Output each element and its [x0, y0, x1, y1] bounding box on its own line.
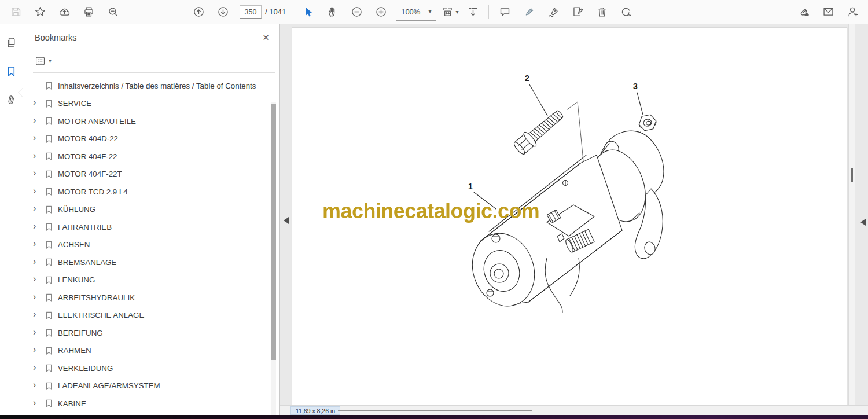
nut-drawing — [638, 114, 658, 132]
email-button[interactable] — [818, 2, 838, 22]
vertical-scrollbar-thumb[interactable] — [851, 168, 853, 182]
chevron-right-icon[interactable]: › — [33, 204, 42, 213]
zoom-level-dropdown[interactable]: 100% ▾ — [396, 3, 436, 21]
bookmark-label: ELEKTRISCHE ANLAGE — [58, 311, 144, 319]
arrow-up-circle-icon — [193, 6, 205, 18]
bookmark-item[interactable]: › MOTOR 404F-22 — [23, 148, 279, 166]
bookmark-item[interactable]: › LENKUNG — [23, 271, 279, 289]
favorite-button[interactable] — [30, 2, 50, 22]
bookmark-options-button[interactable]: ▾ — [35, 56, 52, 66]
chevron-right-icon[interactable]: › — [33, 345, 42, 354]
hand-tool-button[interactable] — [322, 2, 342, 22]
bookmark-item[interactable]: › MOTOR TCD 2.9 L4 — [23, 183, 279, 201]
bookmark-ribbon-icon — [45, 99, 53, 108]
chevron-right-icon[interactable]: › — [33, 398, 42, 407]
main-area: Bookmarks × ▾ › Inhaltsverzeichnis / Tab… — [0, 24, 868, 415]
panel-scrollbar-thumb[interactable] — [271, 104, 276, 360]
chevron-right-icon[interactable]: › — [33, 222, 42, 231]
sign-button[interactable] — [543, 2, 563, 22]
parts-diagram: 2 3 1 — [460, 64, 692, 313]
edit-page-button[interactable] — [568, 2, 587, 22]
chevron-right-icon[interactable]: › — [33, 274, 42, 284]
chevron-right-icon[interactable]: › — [33, 98, 42, 107]
bookmark-label: BEREIFUNG — [58, 329, 103, 337]
share-link-button[interactable] — [794, 2, 814, 22]
select-tool-button[interactable] — [298, 2, 318, 22]
divider — [60, 53, 60, 69]
vertical-scrollbar-track[interactable] — [848, 24, 855, 405]
chevron-right-icon[interactable]: › — [33, 292, 42, 302]
upload-cloud-button[interactable] — [54, 2, 74, 22]
chevron-right-icon[interactable]: › — [33, 116, 42, 125]
bookmark-ribbon-icon — [45, 187, 53, 196]
bookmark-ribbon-icon — [45, 275, 53, 285]
bookmark-label: Inhaltsverzeichnis / Table des matières … — [58, 82, 256, 90]
page-fit-dropdown[interactable]: ▾ — [442, 6, 458, 18]
bookmark-item[interactable]: › KÜHLUNG — [23, 201, 279, 219]
search-icon — [107, 6, 119, 18]
zoom-level-value: 100% — [401, 8, 420, 16]
arrow-down-circle-icon — [217, 6, 229, 18]
attachments-button[interactable] — [4, 93, 19, 108]
previous-page-button[interactable] — [189, 2, 208, 22]
panel-title: Bookmarks — [35, 33, 77, 42]
bookmark-item[interactable]: › LADEANLAGE/ARMSYSTEM — [23, 377, 279, 395]
bookmark-item[interactable]: › RAHMEN — [23, 342, 279, 360]
bookmark-label: VERKLEIDUNG — [58, 364, 113, 373]
callout-3: 3 — [633, 82, 638, 91]
bookmark-item[interactable]: › ELEKTRISCHE ANLAGE — [23, 307, 279, 325]
bookmark-label: MOTOR TCD 2.9 L4 — [58, 188, 128, 196]
bookmark-item[interactable]: › MOTOR 404F-22T — [23, 166, 279, 183]
bookmark-item[interactable]: › FAHRANTRIEB — [23, 218, 279, 236]
bookmark-item[interactable]: › Inhaltsverzeichnis / Table des matière… — [23, 77, 279, 95]
chevron-right-icon[interactable]: › — [33, 151, 42, 160]
bookmarks-panel-button[interactable] — [4, 64, 19, 79]
bookmark-item[interactable]: › VERKLEIDUNG — [23, 359, 279, 377]
comment-button[interactable] — [495, 2, 514, 22]
chevron-right-icon[interactable]: › — [33, 310, 42, 319]
page-edit-icon — [572, 6, 584, 18]
chevron-right-icon[interactable]: › — [33, 328, 42, 337]
close-panel-button[interactable]: × — [263, 32, 269, 43]
plus-circle-icon — [375, 6, 387, 18]
bookmark-item[interactable]: › KABINE — [23, 395, 279, 413]
bookmarks-panel: Bookmarks × ▾ › Inhaltsverzeichnis / Tab… — [23, 24, 280, 415]
bookmark-item[interactable]: › ACHSEN — [23, 236, 279, 254]
caret-down-icon: ▾ — [428, 9, 431, 14]
delete-button[interactable] — [592, 2, 612, 22]
bookmark-item[interactable]: › SERVICE — [23, 95, 279, 113]
page-number-input[interactable] — [240, 5, 262, 19]
chevron-right-icon[interactable]: › — [33, 257, 42, 266]
page-thumbnails-button[interactable] — [4, 35, 19, 50]
zoom-out-button[interactable] — [347, 2, 366, 22]
bookmark-item[interactable]: › BEREIFUNG — [23, 324, 279, 342]
left-rail — [0, 24, 23, 415]
add-user-button[interactable] — [843, 2, 862, 22]
search-button[interactable] — [103, 2, 123, 22]
chevron-right-icon[interactable]: › — [33, 380, 42, 389]
star-icon — [34, 6, 46, 18]
bookmark-options-row: ▾ — [23, 49, 279, 72]
chevron-right-icon[interactable]: › — [33, 168, 42, 178]
save-button[interactable] — [6, 2, 25, 22]
chevron-right-icon[interactable]: › — [33, 363, 42, 372]
page-back-arrow-right[interactable] — [860, 219, 866, 226]
chevron-right-icon[interactable]: › — [33, 186, 42, 196]
bookmark-label: BREMSANLAGE — [58, 258, 116, 267]
highlight-button[interactable] — [519, 2, 539, 22]
page-back-arrow[interactable] — [284, 217, 289, 224]
bookmark-item[interactable]: › MOTOR 404D-22 — [23, 130, 279, 148]
bookmark-item[interactable]: › BREMSANLAGE — [23, 253, 279, 271]
watermark: machinecatalogic.com — [322, 199, 539, 223]
scroll-mode-button[interactable] — [463, 2, 483, 22]
chevron-right-icon[interactable]: › — [33, 133, 42, 142]
chevron-right-icon[interactable]: › — [33, 239, 42, 248]
bookmark-item[interactable]: › MOTOR ANBAUTEILE — [23, 112, 279, 130]
horizontal-scrollbar-thumb[interactable] — [338, 410, 532, 411]
print-button[interactable] — [79, 2, 98, 22]
bookmark-item[interactable]: › ARBEITSHYDRAULIK — [23, 289, 279, 307]
undo-button[interactable] — [616, 2, 636, 22]
zoom-in-button[interactable] — [371, 2, 391, 22]
bookmark-label: KABINE — [58, 399, 86, 408]
next-page-button[interactable] — [213, 2, 233, 22]
